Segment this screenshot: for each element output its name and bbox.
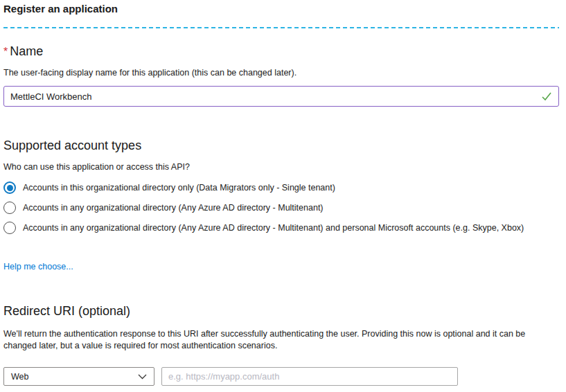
radio-label: Accounts in this organizational director… [23, 182, 335, 193]
checkmark-icon [541, 91, 552, 102]
redirect-uri-input[interactable] [161, 367, 458, 386]
radio-account-type-multitenant[interactable]: Accounts in any organizational directory… [3, 202, 559, 214]
radio-button-icon [3, 222, 16, 234]
account-type-radio-group: Accounts in this organizational director… [3, 181, 559, 234]
page-title: Register an application [3, 3, 559, 15]
register-application-page: Register an application *Name The user-f… [0, 0, 566, 386]
radio-label: Accounts in any organizational directory… [23, 222, 524, 233]
radio-label: Accounts in any organizational directory… [23, 202, 324, 213]
name-heading-label: Name [10, 44, 43, 58]
platform-select[interactable]: Web [3, 367, 154, 386]
dashed-divider [3, 27, 559, 28]
account-types-question: Who can use this application or access t… [3, 161, 559, 172]
redirect-uri-heading: Redirect URI (optional) [3, 304, 559, 319]
account-types-heading: Supported account types [3, 139, 559, 153]
chevron-down-icon [138, 374, 147, 380]
name-input-wrap [3, 86, 559, 107]
radio-account-type-single-tenant[interactable]: Accounts in this organizational director… [3, 181, 559, 194]
redirect-uri-description: We'll return the authentication response… [3, 328, 558, 352]
redirect-uri-row: Web [3, 367, 559, 386]
radio-button-icon [3, 202, 16, 214]
name-section-heading: *Name [3, 44, 559, 59]
required-asterisk: * [3, 46, 8, 57]
help-me-choose-link[interactable]: Help me choose... [3, 262, 73, 271]
radio-button-icon [3, 181, 16, 194]
name-description: The user-facing display name for this ap… [3, 67, 559, 78]
platform-select-value: Web [11, 372, 28, 382]
radio-account-type-multitenant-personal[interactable]: Accounts in any organizational directory… [3, 222, 559, 234]
application-name-input[interactable] [3, 86, 559, 107]
